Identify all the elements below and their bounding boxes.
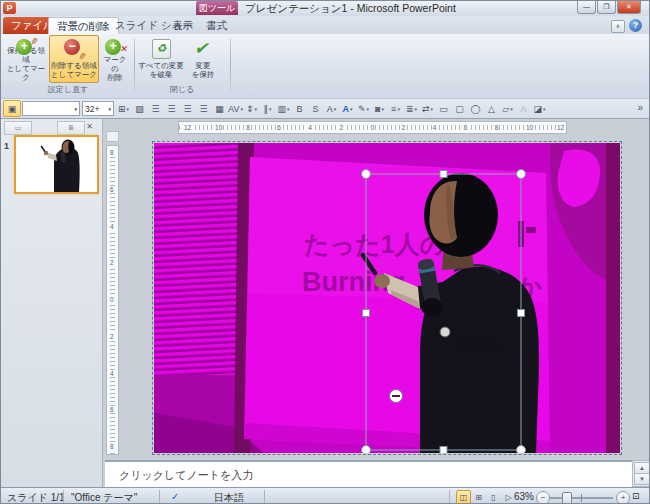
window-title: プレゼンテーション1 - Microsoft PowerPoint <box>245 2 456 16</box>
vertical-ruler: 864202468 <box>106 145 119 455</box>
panel-close-icon[interactable]: ✕ <box>83 121 96 133</box>
line-style-icon[interactable]: ≡▾ <box>388 101 403 116</box>
help-icon[interactable]: ? <box>629 19 642 32</box>
shadow-icon[interactable]: A <box>516 101 531 116</box>
titlebar: P 図ツール プレゼンテーション1 - Microsoft PowerPoint… <box>1 1 649 16</box>
horizontal-ruler: 12108642024681012 <box>178 121 567 134</box>
thumbnail-preview <box>16 137 97 192</box>
align-right-icon[interactable]: ☰ <box>180 101 195 116</box>
powerpoint-app-icon[interactable]: P <box>3 2 16 14</box>
picture-icon[interactable]: ▨ <box>132 101 147 116</box>
tab-view[interactable]: 表示 <box>164 17 201 34</box>
shape-triangle-icon[interactable]: △ <box>484 101 499 116</box>
text-direction-icon[interactable]: ∥▾ <box>260 101 275 116</box>
overlay-text-line1: たった1人の <box>304 230 445 258</box>
dash-style-icon[interactable]: ≣▾ <box>404 101 419 116</box>
selection-handle-top-left[interactable] <box>362 170 371 179</box>
notes-pane[interactable]: クリックしてノートを入力 <box>105 460 632 487</box>
discard-all-changes-button[interactable]: ♻ すべての変更 を破棄 <box>137 35 185 83</box>
slide-sorter-view-button[interactable]: ⊞ <box>471 490 486 504</box>
pen-color-icon[interactable]: ✎▾ <box>356 101 371 116</box>
window-controls: — ❐ ✕ <box>576 1 641 14</box>
arrow-style-icon[interactable]: ⇄▾ <box>420 101 435 116</box>
status-divider <box>159 490 160 503</box>
zoom-slider-thumb[interactable] <box>562 492 572 504</box>
ruler-number: 6 <box>276 124 282 131</box>
slide-thumbnail[interactable] <box>14 135 99 194</box>
restore-button[interactable]: ❐ <box>597 1 616 14</box>
shape-rounded-rectangle-icon[interactable]: ▢ <box>452 101 467 116</box>
preset-3d-icon[interactable]: ◪▾ <box>532 101 547 116</box>
strikethrough-icon[interactable]: S <box>308 101 323 116</box>
slides-tab-icon[interactable]: ▭ <box>4 121 32 135</box>
ruler-number: 2 <box>338 124 344 131</box>
selection-handle-top[interactable] <box>440 171 447 178</box>
selection-handle-top-right[interactable] <box>517 170 526 179</box>
shape-callout-icon[interactable]: ▱▾ <box>500 101 515 116</box>
discard-changes-icon: ♻ <box>150 38 172 60</box>
zoom-out-icon[interactable]: − <box>536 491 550 504</box>
font-color-icon[interactable]: A▾ <box>324 101 339 116</box>
dropdown-caret-icon: ▾ <box>74 106 77 112</box>
scroll-down-icon[interactable]: ▼ <box>634 473 650 485</box>
bold-icon[interactable]: B <box>292 101 307 116</box>
selection-handle-right[interactable] <box>518 310 525 317</box>
mark-keep-area-button[interactable]: + ✎ 保持する領域 としてマーク <box>3 35 49 83</box>
slide-indicator: スライド 1/1 <box>7 491 65 504</box>
shape-rectangle-icon[interactable]: ▭ <box>436 101 451 116</box>
fit-to-window-icon[interactable]: ⊡ <box>632 491 640 501</box>
dropdown-caret-icon: ▾ <box>367 106 370 112</box>
collapse-ribbon-icon[interactable]: ∧ <box>611 20 625 33</box>
mark-remove-area-button[interactable]: − ✎ 削除する領域 としてマーク <box>49 35 99 83</box>
toolbar-overflow-icon[interactable]: » <box>637 102 643 113</box>
merge-cells-icon[interactable]: ▦ <box>212 101 227 116</box>
dropdown-caret-icon: ▾ <box>543 106 546 112</box>
keep-changes-button[interactable]: ✔ 変更 を保持 <box>185 35 221 83</box>
normal-view-button[interactable]: ◫ <box>456 490 471 504</box>
columns-icon[interactable]: ▥▾ <box>276 101 291 116</box>
pencil-icon: ✎ <box>31 36 39 47</box>
line-spacing-icon[interactable]: ⇕▾ <box>244 101 259 116</box>
selection-handle-bottom-right[interactable] <box>517 446 526 454</box>
align-left-icon[interactable]: ☰ <box>148 101 163 116</box>
notes-scrollbar[interactable]: ▲ ▼ <box>632 460 650 487</box>
table-borders-icon[interactable]: ⊞▾ <box>116 101 131 116</box>
ruler-number: 4 <box>109 223 115 230</box>
tab-format[interactable]: 書式 <box>198 17 235 34</box>
font-combo[interactable]: ▾ <box>22 101 80 116</box>
selection-handle-left[interactable] <box>363 310 370 317</box>
language-indicator[interactable]: 日本語 <box>214 491 244 504</box>
selection-handle-bottom-left[interactable] <box>362 446 371 454</box>
remove-mark-indicator[interactable] <box>390 390 403 403</box>
tab-file[interactable]: ファイル <box>3 17 53 34</box>
outline-tab-icon[interactable]: ≣ <box>57 121 85 135</box>
ribbon-group-close: ♻ すべての変更 を破棄 ✔ 変更 を保持 閉じる <box>137 35 227 96</box>
minimize-button[interactable]: — <box>577 1 596 14</box>
ruler-number: 4 <box>432 124 438 131</box>
close-button[interactable]: ✕ <box>617 1 641 14</box>
shape-ellipse-icon[interactable]: ◯ <box>468 101 483 116</box>
pencil-icon: ✎ <box>79 51 87 62</box>
status-bar: スライド 1/1 "Office テーマ" ✓ 日本語 ◫⊞▯▷ 63% − +… <box>1 487 649 504</box>
selection-frame-icon[interactable]: ▣ <box>3 100 21 117</box>
ruler-number: 0 <box>109 296 115 303</box>
zoom-in-icon[interactable]: + <box>616 491 630 504</box>
zoom-level[interactable]: 63% <box>514 491 534 502</box>
keep-changes-icon: ✔ <box>192 38 214 60</box>
reading-view-button[interactable]: ▯ <box>486 490 501 504</box>
dropdown-caret-icon: ▾ <box>510 106 513 112</box>
picture-tools-badge: 図ツール <box>196 1 238 15</box>
picture-being-edited[interactable]: たった1人の Burning か <box>153 142 621 454</box>
plus-circle-icon: + <box>16 39 32 55</box>
ruler-number: 2 <box>401 124 407 131</box>
char-spacing-icon[interactable]: AV▾ <box>228 101 243 116</box>
spell-check-icon[interactable]: ✓ <box>171 491 179 502</box>
delete-mark-button[interactable]: + ✕ マークの 削除 <box>99 35 131 83</box>
align-center-icon[interactable]: ☰ <box>164 101 179 116</box>
selection-handle-bottom[interactable] <box>440 447 447 454</box>
slide-number: 1 <box>4 141 9 151</box>
shape-fill-icon[interactable]: ◙▾ <box>372 101 387 116</box>
align-justify-icon[interactable]: ☰ <box>196 101 211 116</box>
wordart-styles-icon[interactable]: A▾ <box>340 101 355 116</box>
font-size-combo[interactable]: 32+▾ <box>82 101 114 116</box>
